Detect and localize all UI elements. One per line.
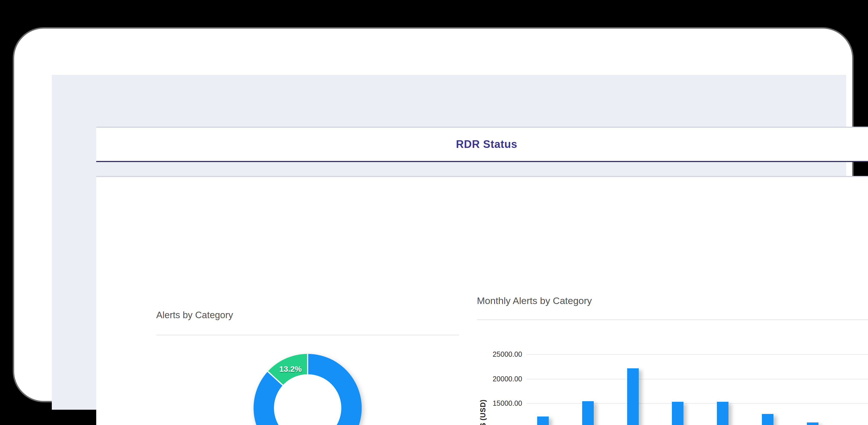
y-axis-tick-label: 15000.00 [470,399,522,407]
bar-ethoca-Mar_2024 [627,368,639,425]
bar-ethoca-May_2024 [717,402,728,425]
gridline [526,379,868,379]
y-axis-tick-label: 25000.00 [470,350,522,359]
bar-chart-title-divider [477,319,868,320]
bar-ethoca-Jan_2024 [537,417,549,425]
bar-chart-title: Monthly Alerts by Category [477,296,592,306]
page-title: RDR Status [456,138,517,150]
dashboard-panel: RDR Status Alerts by Category 86.8%13.2%… [52,75,846,410]
donut-title-divider [156,335,459,336]
app-window: RDR Status Alerts by Category 86.8%13.2%… [13,27,854,402]
gridline [526,354,868,355]
content-card: Alerts by Category 86.8%13.2% Ethoca: 57… [96,176,868,425]
page-background: RDR Status Alerts by Category 86.8%13.2%… [0,0,868,425]
y-axis-tick-label: 10000.00 [470,424,522,425]
y-axis-tick-label: 20000.00 [470,375,522,383]
donut-chart-title: Alerts by Category [156,310,233,320]
bar-ethoca-Jul_2024 [807,422,818,425]
page-header: RDR Status [96,126,868,162]
gridline [526,403,868,404]
donut-percent-label-verify: 13.2% [279,365,302,374]
bar-ethoca-Jun_2024 [762,414,773,425]
bar-ethoca-Feb_2024 [582,401,594,425]
bar-ethoca-Apr_2024 [672,402,683,425]
